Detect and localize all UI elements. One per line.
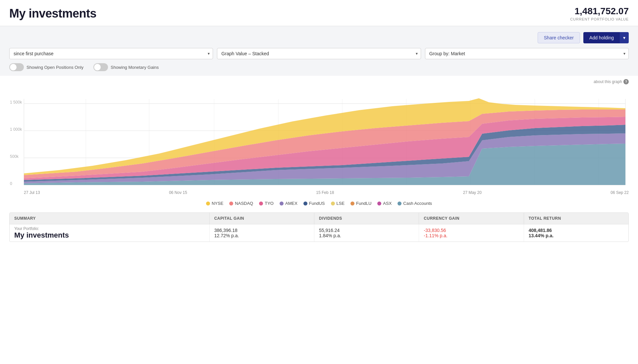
xaxis-label-2: 15 Feb 18 (316, 190, 334, 195)
chart-section: about this graph ? 0 500k 1 000k 1 500k (0, 76, 638, 209)
time-period-select-wrap: since first purchase 1 month 3 months 6 … (9, 48, 213, 59)
help-icon: ? (623, 79, 629, 84)
total-return-value: 408,481.86 13.44% p.a. (529, 228, 554, 238)
legend-label-cash-accounts: Cash Accounts (403, 201, 432, 206)
legend-label-nyse: NYSE (212, 201, 223, 206)
summary-total-return-cell: 408,481.86 13.44% p.a. (524, 224, 628, 242)
summary-capital-gain-cell: 386,396.18 12.72% p.a. (210, 224, 314, 242)
add-holding-button[interactable]: Add holding (583, 32, 620, 43)
summary-col-header-capital: CAPITAL GAIN (210, 213, 314, 224)
portfolio-value-label: CURRENT PORTFOLIO VALUE (570, 17, 629, 21)
legend-dot-cash-accounts (398, 202, 401, 205)
portfolio-name: My investments (14, 231, 69, 240)
legend-dot-tyo (259, 202, 263, 205)
legend-dot-asx (377, 202, 381, 205)
share-checker-button[interactable]: Share checker (538, 32, 580, 43)
page-title: My investments (9, 7, 96, 21)
chart-legend: NYSENASDAQTYOAMEXFundUSLSEFundLUASXCash … (9, 196, 629, 209)
summary-portfolio-name-cell: Your Portfolio: My investments (10, 224, 210, 242)
legend-label-fundlu: FundLU (356, 201, 371, 206)
add-holding-chevron-button[interactable]: ▾ (620, 32, 629, 43)
svg-text:0: 0 (10, 181, 12, 186)
legend-item-fundlu: FundLU (350, 201, 371, 206)
graph-value-select-wrap: Graph Value – Stacked Graph Value Graph … (217, 48, 421, 59)
group-by-select[interactable]: Group by: Market Group by: Asset Class G… (425, 48, 629, 59)
open-positions-toggle[interactable] (9, 63, 24, 71)
legend-item-fundus: FundUS (303, 201, 325, 206)
toolbar-top: Share checker Add holding ▾ (9, 32, 629, 43)
group-by-select-wrap: Group by: Market Group by: Asset Class G… (425, 48, 629, 59)
toolbar-section: Share checker Add holding ▾ since first … (0, 26, 638, 76)
svg-text:1 500k: 1 500k (10, 100, 22, 105)
summary-col-header-currency: CURRENCY GAIN (419, 213, 524, 224)
legend-dot-fundus (303, 202, 307, 205)
legend-dot-amex (280, 202, 284, 205)
portfolio-label: Your Portfolio: (14, 226, 39, 231)
legend-label-lse: LSE (337, 201, 345, 206)
legend-dot-lse (331, 202, 335, 205)
portfolio-value-block: 1,481,752.07 CURRENT PORTFOLIO VALUE (570, 6, 629, 21)
capital-gain-value: 386,396.18 12.72% p.a. (214, 228, 239, 238)
about-graph-label: about this graph (594, 79, 622, 84)
open-positions-toggle-wrap: Showing Open Positions Only (9, 63, 83, 71)
xaxis-label-1: 06 Nov 15 (169, 190, 187, 195)
legend-dot-nasdaq (229, 202, 233, 205)
legend-dot-nyse (206, 202, 210, 205)
xaxis-label-3: 27 May 20 (463, 190, 482, 195)
summary-col-header-dividends: DIVIDENDS (314, 213, 419, 224)
xaxis-label-0: 27 Jul 13 (24, 190, 40, 195)
page-header: My investments 1,481,752.07 CURRENT PORT… (0, 0, 638, 26)
time-period-select[interactable]: since first purchase 1 month 3 months 6 … (9, 48, 213, 59)
legend-label-amex: AMEX (285, 201, 297, 206)
legend-label-nasdaq: NASDAQ (235, 201, 253, 206)
legend-item-amex: AMEX (280, 201, 297, 206)
chart-xaxis: 27 Jul 13 06 Nov 15 15 Feb 18 27 May 20 … (9, 188, 629, 196)
legend-item-asx: ASX (377, 201, 392, 206)
legend-label-fundus: FundUS (309, 201, 325, 206)
currency-gain-value: -33,830.56 -1.11% p.a. (424, 228, 448, 238)
summary-section: SUMMARY CAPITAL GAIN DIVIDENDS CURRENCY … (9, 212, 629, 242)
add-holding-group: Add holding ▾ (583, 32, 629, 43)
xaxis-label-4: 06 Sep 22 (611, 190, 629, 195)
legend-dot-fundlu (350, 202, 354, 205)
dividends-value: 55,916.24 1.84% p.a. (319, 228, 341, 238)
summary-currency-gain-cell: -33,830.56 -1.11% p.a. (419, 224, 524, 242)
summary-col-header-summary: SUMMARY (10, 213, 210, 224)
legend-item-nasdaq: NASDAQ (229, 201, 253, 206)
legend-item-lse: LSE (331, 201, 345, 206)
legend-label-asx: ASX (383, 201, 392, 206)
portfolio-value-number: 1,481,752.07 (570, 6, 629, 17)
svg-text:1 000k: 1 000k (10, 127, 22, 132)
filters-row: since first purchase 1 month 3 months 6 … (9, 48, 629, 59)
legend-label-tyo: TYO (265, 201, 274, 206)
chart-svg: 0 500k 1 000k 1 500k (9, 86, 629, 188)
graph-value-select[interactable]: Graph Value – Stacked Graph Value Graph … (217, 48, 421, 59)
legend-item-tyo: TYO (259, 201, 274, 206)
open-positions-label: Showing Open Positions Only (27, 65, 83, 70)
legend-item-nyse: NYSE (206, 201, 223, 206)
monetary-gains-label: Showing Monetary Gains (111, 65, 159, 70)
summary-dividends-cell: 55,916.24 1.84% p.a. (314, 224, 419, 242)
summary-col-header-total: TOTAL RETURN (524, 213, 628, 224)
summary-data-row: Your Portfolio: My investments 386,396.1… (10, 224, 628, 242)
toggles-row: Showing Open Positions Only Showing Mone… (9, 63, 629, 71)
svg-text:500k: 500k (10, 154, 19, 159)
monetary-gains-toggle[interactable] (93, 63, 108, 71)
about-graph-link[interactable]: about this graph ? (9, 79, 629, 84)
legend-item-cash-accounts: Cash Accounts (398, 201, 432, 206)
stacked-area-chart: 0 500k 1 000k 1 500k (9, 86, 629, 188)
summary-header-row: SUMMARY CAPITAL GAIN DIVIDENDS CURRENCY … (10, 213, 628, 224)
monetary-gains-toggle-wrap: Showing Monetary Gains (93, 63, 159, 71)
